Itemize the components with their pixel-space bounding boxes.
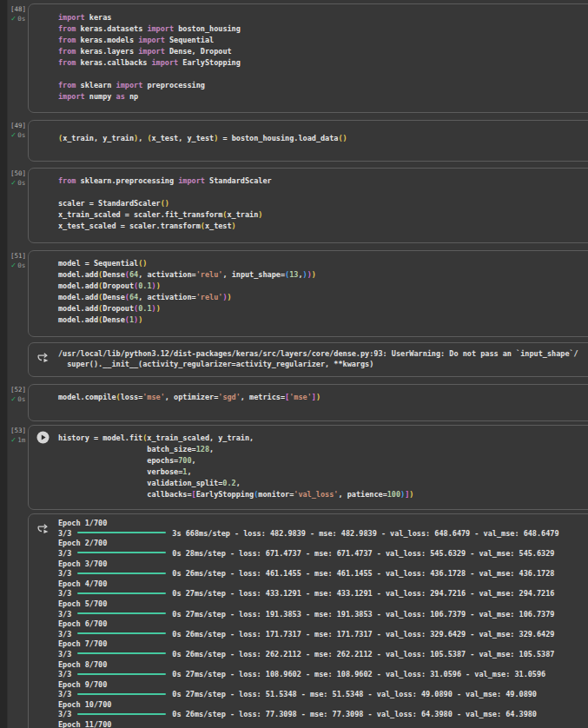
cell-gutter: [50]✓0s xyxy=(7,169,30,187)
output-line: /usr/local/lib/python3.12/dist-packages/… xyxy=(58,349,588,360)
code-line: x_test_scaled = scaler.transform(x_test) xyxy=(58,221,588,232)
code-line: import keras xyxy=(58,12,588,23)
code-line: model = Sequential() xyxy=(58,258,588,269)
code-line: import numpy as np xyxy=(58,91,588,103)
output-area[interactable]: /usr/local/lib/python3.12/dist-packages/… xyxy=(28,342,588,377)
progress-bar xyxy=(77,632,166,634)
epoch-label-line: Epoch 7/700 xyxy=(58,639,588,650)
execution-status: ✓0s xyxy=(7,15,30,23)
output-training-log: Epoch 1/7003/33s 668ms/step - loss: 482.… xyxy=(7,513,588,728)
epoch-label-line: Epoch 3/700 xyxy=(58,559,588,570)
execution-duration: 1m xyxy=(17,436,25,444)
epoch-label-line: Epoch 9/700 xyxy=(58,680,588,691)
epoch-label-line: Epoch 10/700 xyxy=(58,700,588,711)
code-line: scaler = StandardScaler() xyxy=(58,198,588,209)
epoch-progress-line: 3/30s 26ms/step - loss: 171.7317 - mse: … xyxy=(58,630,588,640)
code-line: validation_split=0.2, xyxy=(58,478,588,489)
execution-count: [52] xyxy=(7,386,30,394)
epoch-progress-line: 3/33s 668ms/step - loss: 482.9839 - mse:… xyxy=(58,529,588,539)
code-line xyxy=(58,187,588,198)
progress-bar xyxy=(77,572,166,574)
code-line: model.add(Dense(64, activation='relu', i… xyxy=(58,269,588,281)
code-editor[interactable]: history = model.fit(x_train_scaled, y_tr… xyxy=(28,425,588,510)
cell-output-icon[interactable] xyxy=(37,350,50,361)
epoch-label-line: Epoch 8/700 xyxy=(58,660,588,671)
epoch-label-line: Epoch 11/700 xyxy=(58,720,588,728)
output-line: super().__init__(activity_regularizer=ac… xyxy=(58,360,588,370)
execution-status: ✓0s xyxy=(7,131,30,139)
progress-bar xyxy=(77,612,166,614)
code-line: model.add(Dense(1)) xyxy=(58,314,588,326)
code-line: verbose=1, xyxy=(58,467,588,478)
epoch-label-line: Epoch 2/700 xyxy=(58,539,588,549)
epoch-progress-line: 3/30s 27ms/step - loss: 51.5348 - mse: 5… xyxy=(58,690,588,700)
execution-duration: 0s xyxy=(17,261,25,269)
code-cell-48: [48]✓0simport kerasfrom keras.datasets i… xyxy=(7,3,588,113)
code-line: model.add(Dropout(0.1)) xyxy=(58,303,588,314)
execution-count: [48] xyxy=(7,5,30,13)
colab-notebook-page: [48]✓0simport kerasfrom keras.datasets i… xyxy=(0,0,588,728)
execution-status: ✓0s xyxy=(7,179,30,187)
execution-count: [50] xyxy=(7,169,30,177)
epoch-progress-line: 3/30s 27ms/step - loss: 433.1291 - mse: … xyxy=(58,589,588,599)
code-editor[interactable]: (x_train, y_train), (x_test, y_test) = b… xyxy=(28,120,588,162)
execution-count: [53] xyxy=(7,427,30,434)
code-line: from keras.layers import Dense, Dropout xyxy=(58,46,588,57)
success-check-icon: ✓ xyxy=(11,436,16,444)
code-cell-52: [52]✓0smodel.compile(loss='mse', optimiz… xyxy=(7,384,588,421)
code-line: x_train_scaled = scaler.fit_transform(x_… xyxy=(58,209,588,221)
code-cell-50: [50]✓0sfrom sklearn.preprocessing import… xyxy=(7,168,588,243)
progress-bar xyxy=(77,652,166,654)
success-check-icon: ✓ xyxy=(11,261,16,269)
code-line: from keras.datasets import boston_housin… xyxy=(58,23,588,35)
code-line: batch_size=128, xyxy=(58,444,588,455)
epoch-progress-line: 3/30s 27ms/step - loss: 191.3853 - mse: … xyxy=(58,610,588,620)
cell-gutter: [48]✓0s xyxy=(7,5,30,23)
epoch-label-line: Epoch 4/700 xyxy=(58,579,588,590)
code-editor[interactable]: from sklearn.preprocessing import Standa… xyxy=(28,168,588,243)
code-line: callbacks=[EarlyStopping(monitor='val_lo… xyxy=(58,489,588,500)
code-line: (x_train, y_train), (x_test, y_test) = b… xyxy=(58,133,588,144)
success-check-icon: ✓ xyxy=(11,395,16,403)
code-line: epochs=700, xyxy=(58,455,588,467)
progress-bar xyxy=(77,673,166,675)
epoch-label-line: Epoch 1/700 xyxy=(58,519,588,529)
code-line: from sklearn.preprocessing import Standa… xyxy=(58,175,588,187)
run-cell-button[interactable] xyxy=(36,431,50,444)
execution-duration: 0s xyxy=(17,131,25,139)
code-line: model.add(Dropout(0.1)) xyxy=(58,281,588,292)
code-editor[interactable]: model.compile(loss='mse', optimizer='sgd… xyxy=(28,384,588,421)
code-line xyxy=(58,69,588,80)
code-cell-49: [49]✓0s(x_train, y_train), (x_test, y_te… xyxy=(7,120,588,162)
epoch-progress-line: 3/30s 26ms/step - loss: 262.2112 - mse: … xyxy=(58,650,588,660)
cell-output-icon[interactable] xyxy=(37,521,50,532)
progress-bar xyxy=(77,693,166,695)
execution-duration: 0s xyxy=(17,395,25,403)
cell-gutter: [49]✓0s xyxy=(7,122,30,139)
code-line: from keras.callbacks import EarlyStoppin… xyxy=(58,57,588,69)
code-editor[interactable]: model = Sequential()model.add(Dense(64, … xyxy=(28,250,588,337)
code-editor[interactable]: import kerasfrom keras.datasets import b… xyxy=(28,3,588,113)
epoch-progress-line: 3/30s 27ms/step - loss: 108.9602 - mse: … xyxy=(58,670,588,680)
execution-status: ✓0s xyxy=(7,395,30,403)
epoch-progress-line: 3/30s 26ms/step - loss: 77.3098 - mse: 7… xyxy=(58,710,588,720)
output-warning: /usr/local/lib/python3.12/dist-packages/… xyxy=(7,342,588,377)
execution-duration: 0s xyxy=(17,179,25,187)
code-line: from keras.models import Sequential xyxy=(58,35,588,46)
success-check-icon: ✓ xyxy=(11,15,16,23)
cell-gutter: [51]✓0s xyxy=(7,252,30,269)
output-area[interactable]: Epoch 1/7003/33s 668ms/step - loss: 482.… xyxy=(28,513,588,728)
success-check-icon: ✓ xyxy=(11,179,16,187)
code-cell-53: [53]✓1mhistory = model.fit(x_train_scale… xyxy=(7,425,588,510)
epoch-progress-line: 3/30s 26ms/step - loss: 461.1455 - mse: … xyxy=(58,569,588,579)
code-line: model.add(Dense(64, activation='relu')) xyxy=(58,292,588,303)
progress-bar xyxy=(77,592,166,594)
code-cell-51: [51]✓0smodel = Sequential()model.add(Den… xyxy=(7,250,588,337)
epoch-label-line: Epoch 6/700 xyxy=(58,619,588,630)
execution-count: [51] xyxy=(7,252,30,260)
execution-duration: 0s xyxy=(17,15,25,23)
epoch-progress-line: 3/30s 28ms/step - loss: 671.4737 - mse: … xyxy=(58,549,588,559)
code-line: history = model.fit(x_train_scaled, y_tr… xyxy=(58,433,588,444)
notebook-cell-list: [48]✓0simport kerasfrom keras.datasets i… xyxy=(7,0,588,728)
success-check-icon: ✓ xyxy=(11,131,16,139)
